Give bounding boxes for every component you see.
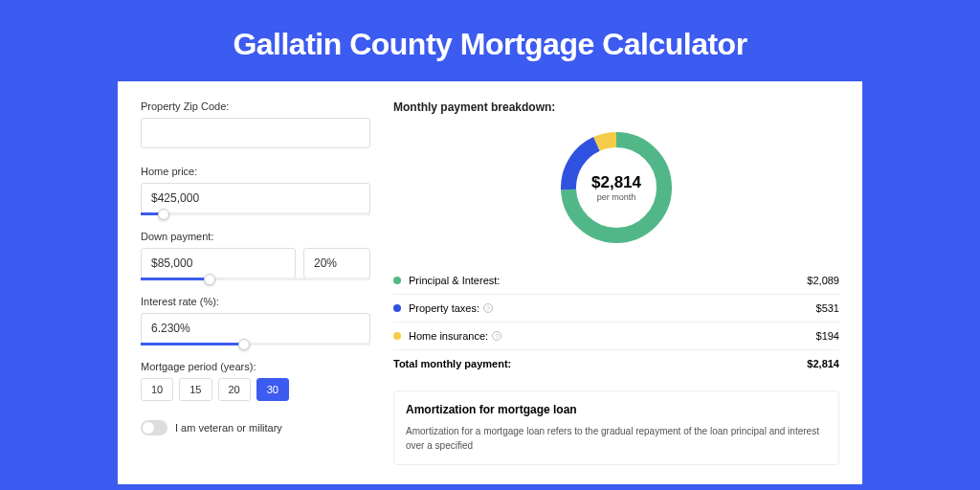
downpayment-slider-thumb[interactable] — [204, 274, 215, 285]
info-icon[interactable]: ? — [492, 331, 501, 341]
legend-value: $2,089 — [807, 275, 839, 286]
homeprice-slider[interactable] — [141, 212, 370, 215]
legend-label: Home insurance:? — [409, 330, 816, 342]
downpayment-pct-input[interactable] — [303, 248, 370, 278]
legend-label: Property taxes:? — [409, 302, 816, 314]
legend: Principal & Interest:$2,089Property taxe… — [393, 267, 839, 377]
period-button-30[interactable]: 30 — [256, 378, 289, 401]
donut-sub: per month — [597, 192, 636, 202]
rate-input[interactable] — [141, 313, 370, 344]
calculator-panel: Property Zip Code: Home price: Down paym… — [118, 81, 862, 484]
veteran-toggle[interactable] — [141, 420, 167, 435]
page-title: Gallatin County Mortgage Calculator — [0, 0, 980, 81]
downpayment-slider[interactable] — [141, 278, 370, 280]
legend-value: $531 — [816, 302, 839, 314]
legend-value: $194 — [816, 330, 839, 342]
legend-dot-icon — [393, 304, 401, 312]
amortization-box: Amortization for mortgage loan Amortizat… — [393, 390, 839, 465]
downpayment-slider-fill — [141, 278, 210, 280]
form-column: Property Zip Code: Home price: Down paym… — [141, 100, 370, 465]
rate-field: Interest rate (%): — [141, 296, 370, 345]
downpayment-label: Down payment: — [141, 231, 370, 242]
period-field: Mortgage period (years): 10152030 — [141, 361, 370, 401]
zip-label: Property Zip Code: — [141, 100, 370, 112]
downpayment-input[interactable] — [141, 248, 296, 278]
period-label: Mortgage period (years): — [141, 361, 370, 372]
donut-value: $2,814 — [591, 173, 641, 192]
legend-dot-icon — [393, 332, 401, 340]
veteran-label: I am veteran or military — [175, 422, 282, 434]
homeprice-input[interactable] — [141, 183, 370, 213]
downpayment-field: Down payment: — [141, 231, 370, 280]
rate-slider-fill — [141, 343, 244, 345]
amortization-title: Amortization for mortgage loan — [406, 403, 827, 416]
rate-label: Interest rate (%): — [141, 296, 370, 307]
donut-wrap: $2,814 per month — [393, 125, 839, 250]
rate-slider-thumb[interactable] — [238, 339, 250, 350]
legend-row-total: Total monthly payment:$2,814 — [393, 350, 839, 377]
legend-label: Principal & Interest: — [409, 275, 807, 286]
breakdown-column: Monthly payment breakdown: $2,814 per mo… — [393, 100, 839, 465]
period-button-15[interactable]: 15 — [179, 378, 212, 401]
legend-row-0: Principal & Interest:$2,089 — [393, 267, 839, 295]
total-value: $2,814 — [807, 358, 839, 369]
veteran-row: I am veteran or military — [141, 420, 370, 435]
zip-input[interactable] — [141, 118, 370, 148]
total-label: Total monthly payment: — [393, 358, 807, 369]
homeprice-field: Home price: — [141, 166, 370, 215]
breakdown-title: Monthly payment breakdown: — [393, 100, 839, 114]
panel-wrap: Property Zip Code: Home price: Down paym… — [112, 81, 868, 490]
legend-dot-icon — [393, 277, 401, 284]
legend-row-2: Home insurance:?$194 — [393, 323, 839, 350]
homeprice-slider-thumb[interactable] — [158, 209, 169, 220]
period-button-10[interactable]: 10 — [141, 378, 173, 401]
rate-slider[interactable] — [141, 343, 370, 345]
zip-field: Property Zip Code: — [141, 100, 370, 150]
period-button-20[interactable]: 20 — [218, 378, 251, 401]
period-buttons: 10152030 — [141, 378, 370, 401]
homeprice-label: Home price: — [141, 166, 370, 177]
donut-center: $2,814 per month — [554, 125, 679, 250]
amortization-text: Amortization for a mortgage loan refers … — [406, 424, 827, 453]
legend-row-1: Property taxes:?$531 — [393, 295, 839, 323]
donut-chart: $2,814 per month — [554, 125, 679, 250]
info-icon[interactable]: ? — [483, 303, 493, 313]
